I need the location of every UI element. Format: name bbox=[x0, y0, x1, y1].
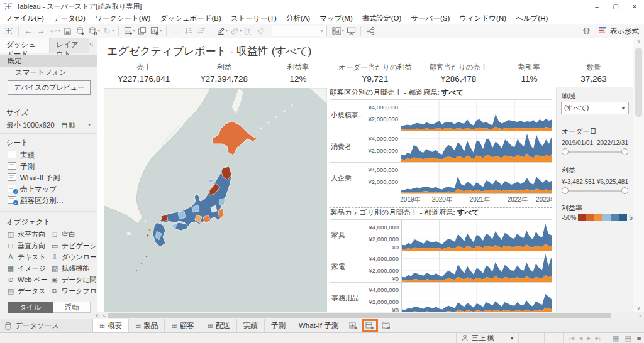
pin-icon[interactable] bbox=[255, 24, 268, 37]
area-plot[interactable] bbox=[402, 283, 552, 312]
scroll-left-icon[interactable]: < bbox=[101, 313, 108, 318]
data-source-tab[interactable]: データソース bbox=[0, 319, 93, 332]
last-point-icon[interactable]: ▶| bbox=[596, 335, 601, 341]
close-button[interactable]: ✕ bbox=[625, 0, 644, 13]
undo-icon[interactable]: ↩ bbox=[47, 24, 60, 37]
text-label-icon[interactable]: T bbox=[243, 24, 255, 37]
next-point-icon[interactable]: ▶ bbox=[587, 335, 591, 341]
highlight-caret-icon[interactable]: ▾ bbox=[226, 28, 228, 33]
japan-map[interactable] bbox=[104, 88, 327, 312]
presentation-icon[interactable] bbox=[345, 24, 357, 37]
floating-button[interactable]: 浮動 bbox=[53, 302, 91, 313]
menu-file[interactable]: ファイル(F) bbox=[5, 14, 44, 23]
grid-view-icon[interactable]: ▦ bbox=[613, 334, 619, 342]
back-icon[interactable]: ← bbox=[22, 24, 35, 37]
order-date-slider-min-handle[interactable] bbox=[562, 148, 569, 155]
object-image[interactable]: ▦イメージ bbox=[6, 263, 48, 274]
tiled-button[interactable]: タイル bbox=[8, 302, 53, 313]
group-members-icon[interactable]: ◌ bbox=[170, 24, 182, 37]
object-extension[interactable]: ▧拡張機能 bbox=[50, 263, 96, 274]
pause-updates-icon[interactable] bbox=[87, 24, 99, 37]
first-point-icon[interactable]: |◀ bbox=[569, 335, 574, 341]
tab-layout[interactable]: レイアウト bbox=[50, 38, 89, 53]
pause-caret-icon[interactable]: ▾ bbox=[98, 28, 101, 33]
collapse-pane-icon[interactable]: < bbox=[89, 38, 97, 53]
sheet-item-segment[interactable]: ✓顧客区分別… bbox=[0, 195, 97, 206]
menu-help[interactable]: ヘルプ(H) bbox=[516, 14, 548, 23]
area-plot[interactable] bbox=[401, 100, 552, 131]
sort-descending-icon[interactable] bbox=[195, 24, 208, 37]
device-default[interactable]: 既定 bbox=[0, 55, 97, 67]
chart-row[interactable]: 消費者¥4,000,000¥2,000,000 bbox=[330, 131, 552, 162]
menu-story[interactable]: ストーリー(T) bbox=[231, 14, 277, 23]
new-worksheet-caret-icon[interactable]: ▾ bbox=[133, 28, 136, 33]
new-worksheet-tab-button[interactable] bbox=[345, 319, 362, 332]
area-plot[interactable] bbox=[401, 131, 552, 162]
scroll-down-icon[interactable]: ∨ bbox=[633, 305, 644, 311]
device-phone[interactable]: スマートフォン bbox=[0, 67, 97, 78]
chart-row[interactable]: 家具¥4,000,000¥2,000,000¥0 bbox=[330, 219, 552, 251]
undo-caret-icon[interactable]: ▾ bbox=[58, 28, 61, 33]
single-view-icon[interactable]: ■ bbox=[637, 334, 641, 342]
tab-overview[interactable]: ⊞概要 bbox=[93, 319, 129, 332]
object-text[interactable]: Aテキスト bbox=[6, 251, 48, 263]
object-navigation[interactable]: ▭ナビゲーショ… bbox=[50, 240, 96, 251]
new-datasource-icon[interactable] bbox=[74, 24, 87, 37]
object-download[interactable]: ⇩ダウンロード bbox=[50, 251, 96, 263]
region-caret-icon[interactable]: ▼ bbox=[618, 102, 628, 114]
list-view-icon[interactable]: ▤ bbox=[625, 334, 631, 342]
horizontal-scroll-thumb[interactable] bbox=[108, 313, 611, 318]
scroll-right-icon[interactable]: > bbox=[636, 313, 644, 318]
paperclip-caret-icon[interactable]: ▾ bbox=[240, 28, 242, 33]
minimize-button[interactable]: – bbox=[587, 0, 606, 13]
sheet-item-salesmap[interactable]: ✓売上マップ bbox=[0, 183, 97, 195]
size-dropdown[interactable]: 最小 1000x620 - 自動 ▾ bbox=[0, 119, 97, 131]
area-plot[interactable] bbox=[401, 163, 552, 193]
profit-slider-max-handle[interactable] bbox=[621, 187, 628, 194]
tableau-home-icon[interactable] bbox=[3, 24, 15, 37]
region-dropdown[interactable]: (すべて) ▼ bbox=[561, 102, 629, 114]
menu-format[interactable]: 書式設定(O) bbox=[362, 14, 402, 23]
object-webpage[interactable]: ⊕Web ページ bbox=[6, 274, 48, 285]
show-me-icon[interactable] bbox=[599, 25, 607, 36]
object-vertical[interactable]: ⊟垂直方向 bbox=[6, 240, 48, 251]
chart-row[interactable]: 小規模事..¥4,000,000¥2,000,000 bbox=[330, 99, 552, 131]
order-date-slider-max-handle[interactable] bbox=[621, 148, 628, 155]
refresh-icon[interactable]: ↻ bbox=[101, 24, 113, 37]
forward-icon[interactable]: → bbox=[35, 24, 47, 37]
tab-dashboard[interactable]: ダッシュボード bbox=[0, 38, 50, 53]
sheet-item-jisseki[interactable]: 実績 bbox=[0, 150, 97, 161]
menu-data[interactable]: データ(D) bbox=[53, 14, 86, 23]
menu-map[interactable]: マップ(M) bbox=[319, 14, 353, 23]
refresh-caret-icon[interactable]: ▾ bbox=[112, 28, 114, 33]
show-me-label[interactable]: 表示形式 bbox=[610, 26, 639, 36]
fit-caret-icon[interactable]: ▾ bbox=[342, 28, 345, 33]
category-sales-chart[interactable]: 製品カテゴリ別の月間売上 - 都道府県: すべて 家具¥4,000,000¥2,… bbox=[330, 207, 552, 312]
vertical-scrollbar[interactable]: ∧ ∨ bbox=[633, 38, 644, 312]
tab-whatif-forecast[interactable]: What-If 予測 bbox=[292, 319, 345, 332]
maximize-button[interactable]: ▢ bbox=[606, 0, 625, 13]
object-horizontal[interactable]: ◫水平方向 bbox=[6, 229, 48, 240]
segment-sales-chart[interactable]: 顧客区分別の月間売上 - 都道府県: すべて 小規模事..¥4,000,000¥… bbox=[330, 88, 552, 205]
object-data-story[interactable]: ▤データスト… bbox=[6, 285, 48, 297]
duplicate-icon[interactable] bbox=[136, 24, 148, 37]
menu-worksheet[interactable]: ワークシート(W) bbox=[95, 14, 151, 23]
find-icon[interactable] bbox=[580, 24, 592, 37]
new-dashboard-tab-button[interactable] bbox=[362, 319, 378, 332]
chart-row[interactable]: 事務用品¥4,000,000¥2,000,000¥0 bbox=[330, 282, 552, 312]
object-workflow[interactable]: ⧉ワークフロー bbox=[50, 285, 96, 297]
fit-selector[interactable]: ▼ bbox=[272, 26, 327, 36]
paperclip-icon[interactable] bbox=[228, 24, 241, 37]
chart-row[interactable]: 家電¥4,000,000¥2,000,000¥0 bbox=[330, 251, 552, 282]
object-ask-data[interactable]: ◉データに聞く bbox=[50, 274, 96, 285]
tab-actuals[interactable]: 実績 bbox=[237, 319, 265, 332]
clear-sheet-icon[interactable] bbox=[148, 24, 161, 37]
menu-analysis[interactable]: 分析(A) bbox=[286, 14, 310, 23]
highlight-pen-icon[interactable] bbox=[214, 24, 227, 37]
share-icon[interactable] bbox=[364, 24, 377, 37]
area-plot[interactable] bbox=[402, 251, 552, 282]
tab-forecast[interactable]: 予測 bbox=[265, 319, 292, 332]
horizontal-scrollbar[interactable]: ∨ < > bbox=[93, 312, 644, 318]
menu-server[interactable]: サーバー(S) bbox=[411, 14, 450, 23]
tab-customers[interactable]: ⊞顧客 bbox=[165, 319, 201, 332]
